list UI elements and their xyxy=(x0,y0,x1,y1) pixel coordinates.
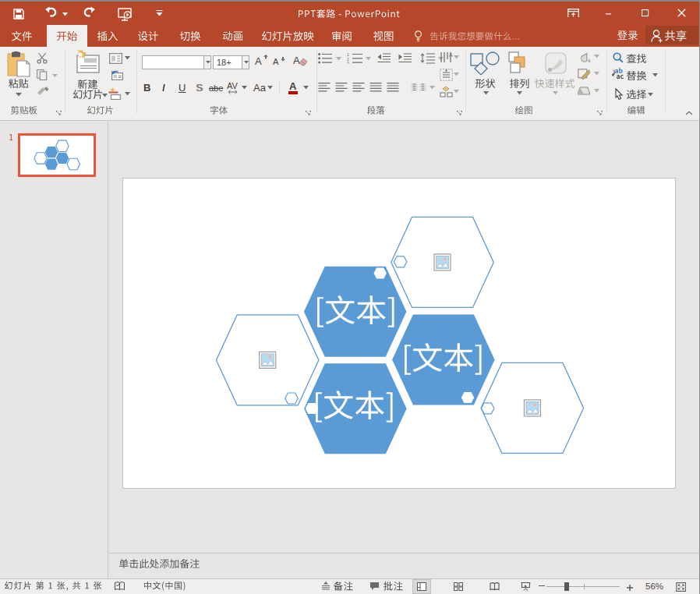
svg-text:A: A xyxy=(449,52,453,58)
svg-text:3: 3 xyxy=(347,61,349,65)
